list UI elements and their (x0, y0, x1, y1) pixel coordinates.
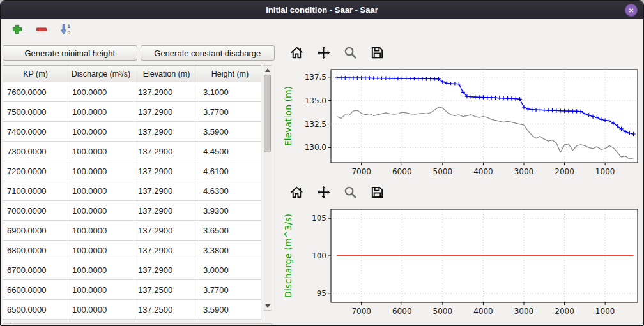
elevation-plot[interactable]: 7000600050004000300020001000137.5135.013… (281, 64, 643, 182)
table-cell[interactable]: 137.2900 (134, 181, 199, 200)
table-cell[interactable]: 137.2900 (134, 201, 199, 220)
table-cell[interactable]: 100.0000 (68, 280, 134, 299)
table-cell[interactable]: 7400.0000 (3, 122, 68, 141)
table-row: 7400.0000100.0000137.29003.5900 (3, 122, 261, 142)
table-cell[interactable]: 6700.0000 (3, 260, 68, 279)
x-tick-label: 4000 (473, 167, 493, 176)
x-tick-label: 6000 (392, 307, 412, 316)
home-icon (289, 45, 304, 62)
discharge-plot[interactable]: 700060005000400030002000100010510095Disc… (281, 204, 643, 322)
svg-text:1: 1 (68, 23, 71, 29)
table-cell[interactable]: 137.2900 (134, 142, 199, 161)
table-cell[interactable]: 137.2500 (134, 300, 199, 319)
table-cell[interactable]: 100.0000 (68, 260, 134, 279)
table-cell[interactable]: 7200.0000 (3, 161, 68, 181)
table-cell[interactable]: 4.4500 (199, 142, 261, 161)
table-cell[interactable]: 137.2900 (134, 122, 199, 141)
home-button[interactable] (286, 184, 307, 202)
table-cell[interactable]: 6500.0000 (3, 300, 68, 319)
generate-minimal-height-button[interactable]: Generate minimal height (3, 45, 137, 61)
table-cell[interactable]: 137.2900 (134, 241, 199, 260)
table-cell[interactable]: 100.0000 (68, 161, 134, 181)
table-cell[interactable]: 100.0000 (68, 82, 134, 101)
window-title: Initial condition - Saar - Saar (266, 5, 378, 15)
table-cell[interactable]: 100.0000 (68, 142, 134, 161)
column-header-height[interactable]: Height (m) (199, 66, 261, 82)
y-tick-label: 100 (312, 251, 326, 260)
scrollbar-track[interactable] (263, 74, 272, 302)
table-cell[interactable]: 4.6100 (199, 161, 261, 181)
table-cell[interactable]: 7300.0000 (3, 142, 68, 161)
table-cell[interactable]: 137.2900 (134, 260, 199, 279)
table-cell[interactable]: 4.6300 (199, 181, 261, 200)
table-row: 7200.0000100.0000137.29004.6100 (3, 161, 261, 181)
table-cell[interactable]: 6900.0000 (3, 221, 68, 240)
table-cell[interactable]: 100.0000 (68, 201, 134, 220)
x-tick-label: 4000 (473, 307, 493, 316)
scrollbar-thumb[interactable] (264, 75, 271, 152)
table-cell[interactable]: 100.0000 (68, 241, 134, 260)
zoom-icon (343, 185, 358, 202)
zoom-button[interactable] (340, 184, 360, 202)
table-cell[interactable]: 3.1000 (199, 82, 261, 101)
zoom-button[interactable] (340, 45, 360, 63)
table-cell[interactable]: 100.0000 (68, 221, 134, 240)
table-cell[interactable]: 3.7700 (199, 102, 261, 121)
home-icon (289, 185, 304, 202)
sort-rows-button[interactable]: 1 9 (58, 22, 73, 39)
table-cell[interactable]: 6800.0000 (3, 241, 68, 260)
titlebar[interactable]: Initial condition - Saar - Saar ✕ (1, 1, 643, 19)
table-cell[interactable]: 137.2500 (134, 280, 199, 299)
table-cell[interactable]: 3.7700 (199, 280, 261, 299)
table-cell[interactable]: 7500.0000 (3, 102, 68, 121)
save-button[interactable] (367, 184, 387, 202)
table-cell[interactable]: 7600.0000 (3, 82, 68, 101)
home-button[interactable] (286, 45, 307, 63)
save-button[interactable] (367, 45, 387, 63)
remove-row-button[interactable] (34, 22, 49, 39)
x-tick-label: 7000 (351, 167, 371, 176)
x-tick-label: 5000 (433, 307, 453, 316)
pan-button[interactable] (313, 184, 334, 202)
pan-icon (316, 185, 331, 202)
table-cell[interactable]: 7000.0000 (3, 201, 68, 220)
table-cell[interactable]: 100.0000 (68, 122, 134, 141)
table-cell[interactable]: 137.2900 (134, 102, 199, 121)
table-cell[interactable]: 3.5900 (199, 300, 261, 319)
column-header-kp[interactable]: KP (m) (3, 66, 68, 82)
table-cell[interactable]: 3.6500 (199, 221, 261, 240)
close-button[interactable]: ✕ (625, 4, 638, 17)
save-icon (370, 45, 385, 62)
table-cell[interactable]: 137.2900 (134, 82, 199, 101)
column-header-discharge[interactable]: Discharge (m³/s) (68, 66, 134, 82)
table-row: 7600.0000100.0000137.29003.1000 (3, 82, 261, 102)
table-area: KP (m) Discharge (m³/s) Elevation (m) He… (3, 65, 280, 320)
main-toolbar: 1 9 (1, 19, 643, 41)
discharge-plot-toolbar (281, 182, 643, 204)
table-body: 7600.0000100.0000137.29003.10007500.0000… (3, 82, 261, 320)
table-cell[interactable]: 100.0000 (68, 300, 134, 319)
table-cell[interactable]: 7100.0000 (3, 181, 68, 200)
table-cell[interactable]: 3.3800 (199, 241, 261, 260)
y-tick-label: 95 (317, 289, 326, 298)
main-content: Generate minimal height Generate constan… (1, 41, 643, 326)
table-cell[interactable]: 6600.0000 (3, 280, 68, 299)
table-cell[interactable]: 137.2900 (134, 221, 199, 240)
x-tick-label: 6000 (392, 167, 412, 176)
table-cell[interactable]: 3.0000 (199, 260, 261, 279)
pan-button[interactable] (313, 45, 334, 63)
add-icon (11, 23, 24, 38)
table-vertical-scrollbar[interactable] (263, 65, 272, 311)
table-cell[interactable]: 137.2900 (134, 161, 199, 181)
table-cell[interactable]: 100.0000 (68, 102, 134, 121)
table-cell[interactable]: 100.0000 (68, 181, 134, 200)
column-header-elevation[interactable]: Elevation (m) (134, 66, 199, 82)
table-cell[interactable]: 3.5900 (199, 122, 261, 141)
generate-constant-discharge-button[interactable]: Generate constant discharge (141, 45, 275, 61)
add-row-button[interactable] (10, 22, 25, 39)
table-horizontal-scrollbar[interactable] (3, 323, 272, 326)
table-row: 6700.0000100.0000137.29003.0000 (3, 260, 261, 280)
table-cell[interactable]: 3.9300 (199, 201, 261, 220)
scroll-up-button[interactable] (263, 66, 272, 74)
scroll-down-button[interactable] (263, 302, 272, 310)
